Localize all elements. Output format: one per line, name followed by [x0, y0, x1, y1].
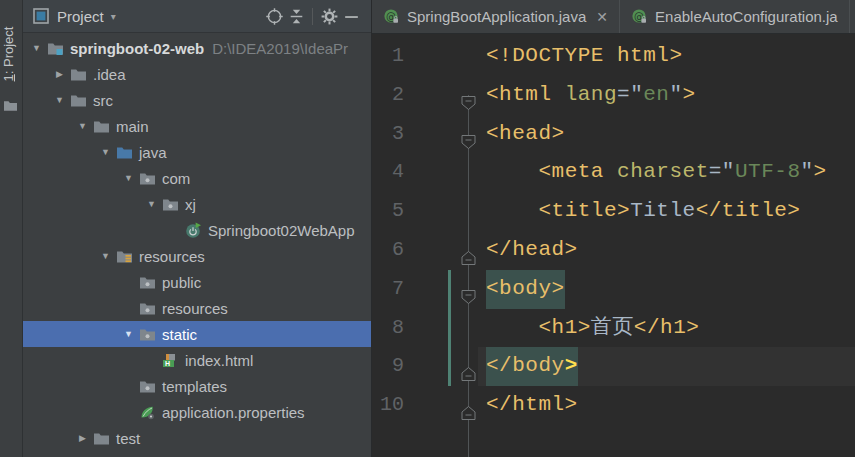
tool-window-button-project[interactable]: 1: Project	[0, 14, 22, 96]
code-line-1[interactable]: 1<!DOCTYPE html>	[372, 37, 855, 76]
chevron-expanded-icon[interactable]: ▼	[73, 121, 92, 131]
tree-item-index-html[interactable]: Hindex.html	[23, 347, 371, 373]
folder-icon	[92, 117, 110, 135]
chevron-down-icon[interactable]: ▾	[111, 11, 116, 22]
chevron-expanded-icon[interactable]: ▼	[119, 173, 138, 183]
tree-item-label: application.properties	[162, 404, 305, 421]
tree-item-springboot-02-web[interactable]: ▼springboot-02-webD:\IDEA2019\IdeaPr	[23, 35, 371, 61]
chevron-expanded-icon[interactable]: ▼	[50, 95, 69, 105]
package-folder-icon	[138, 377, 156, 395]
tree-item-resources[interactable]: resources	[23, 295, 371, 321]
tree-item-label: templates	[162, 378, 227, 395]
project-panel-header: Project ▾	[23, 0, 371, 33]
tree-item-label: springboot-02-web	[70, 40, 204, 57]
code-line-4[interactable]: 4 <meta charset="UTF-8">	[372, 153, 855, 192]
locate-icon[interactable]	[263, 5, 285, 27]
chevron-expanded-icon[interactable]: ▼	[27, 43, 46, 53]
package-folder-icon	[138, 169, 156, 187]
code-line-9[interactable]: 9</body>	[372, 347, 855, 386]
tree-item-label: java	[139, 144, 167, 161]
line-number: 8	[374, 309, 404, 348]
tree-item-java[interactable]: ▼java	[23, 139, 371, 165]
svg-text:H: H	[165, 360, 170, 367]
chevron-expanded-icon[interactable]: ▼	[142, 199, 161, 209]
chevron-expanded-icon[interactable]: ▼	[119, 329, 138, 339]
fold-marker-icon[interactable]	[460, 397, 477, 413]
code-line-10[interactable]: 10</html>	[372, 386, 855, 425]
code-text: <html lang="en">	[486, 76, 696, 115]
fold-marker-icon[interactable]	[460, 281, 477, 297]
tree-item-resources[interactable]: ▼resources	[23, 243, 371, 269]
line-number: 9	[374, 347, 404, 386]
chevron-collapsed-icon[interactable]: ▶	[50, 69, 69, 79]
chevron-expanded-icon[interactable]: ▼	[96, 251, 115, 261]
line-number: 2	[374, 76, 404, 115]
ide-window: 1: Project Project ▾ ▼springboot-02-webD…	[0, 0, 855, 457]
tree-item-label: xj	[185, 196, 196, 213]
code-text: <body>	[486, 270, 565, 309]
tool-window-button-label: 1: Project	[1, 15, 21, 93]
code-line-5[interactable]: 5 <title>Title</title>	[372, 192, 855, 231]
tree-item--idea[interactable]: ▶.idea	[23, 61, 371, 87]
html-file-icon: H	[161, 351, 179, 369]
panel-title[interactable]: Project	[57, 8, 104, 25]
editor-tab-springbootapplication-java[interactable]: @SpringBootApplication.java✕	[372, 0, 620, 33]
settings-gear-icon[interactable]	[318, 5, 340, 27]
project-panel: Project ▾ ▼springboot-02-webD:\IDEA2019\…	[23, 0, 371, 457]
tree-item-test[interactable]: ▶test	[23, 425, 371, 451]
tree-item-label: com	[162, 170, 190, 187]
tree-item-label: resources	[162, 300, 228, 317]
code-line-2[interactable]: 2<html lang="en">	[372, 76, 855, 115]
code-area[interactable]: 1<!DOCTYPE html>2<html lang="en">3<head>…	[372, 34, 855, 457]
package-folder-icon	[161, 195, 179, 213]
collapse-all-icon[interactable]	[285, 5, 307, 27]
tool-window-stripe: 1: Project	[0, 0, 23, 457]
line-number: 10	[374, 386, 404, 425]
fold-marker-icon[interactable]	[460, 358, 477, 374]
code-text: <title>Title</title>	[486, 192, 800, 231]
hide-panel-icon[interactable]	[340, 5, 362, 27]
code-line-7[interactable]: 7<body>	[372, 270, 855, 309]
tree-item-static[interactable]: ▼static	[23, 321, 371, 347]
chevron-collapsed-icon[interactable]: ▶	[73, 433, 92, 443]
editor: @SpringBootApplication.java✕@EnableAutoC…	[371, 0, 855, 457]
tree-item-public[interactable]: public	[23, 269, 371, 295]
code-line-6[interactable]: 6</head>	[372, 231, 855, 270]
tree-item-application-properties[interactable]: application.properties	[23, 399, 371, 425]
spring-config-icon	[138, 403, 156, 421]
code-text: <!DOCTYPE html>	[486, 37, 683, 76]
tab-label: EnableAutoConfiguration.ja	[655, 8, 838, 25]
annotation-class-icon: @	[631, 8, 648, 25]
code-text: </head>	[486, 231, 578, 270]
tree-item-springboot02webapp[interactable]: Springboot02WebApp	[23, 217, 371, 243]
tree-item-main[interactable]: ▼main	[23, 113, 371, 139]
tree-item-label: public	[162, 274, 201, 291]
tool-window-icon	[33, 8, 49, 24]
vcs-change-marker[interactable]	[448, 270, 451, 386]
editor-tab-enableautoconfiguration-ja[interactable]: @EnableAutoConfiguration.ja	[620, 0, 850, 33]
tree-item-com[interactable]: ▼com	[23, 165, 371, 191]
code-text: <head>	[486, 115, 565, 154]
tree-item-xj[interactable]: ▼xj	[23, 191, 371, 217]
code-text: </html>	[486, 386, 578, 425]
folder-icon	[69, 91, 87, 109]
folder-icon	[69, 65, 87, 83]
code-line-3[interactable]: 3<head>	[372, 115, 855, 154]
tree-item-label: .idea	[93, 66, 126, 83]
tab-label: SpringBootApplication.java	[407, 8, 586, 25]
line-number: 1	[374, 37, 404, 76]
fold-marker-icon[interactable]	[460, 242, 477, 258]
fold-marker-icon[interactable]	[460, 87, 477, 103]
tree-item-src[interactable]: ▼src	[23, 87, 371, 113]
package-folder-icon	[138, 273, 156, 291]
code-line-8[interactable]: 8 <h1>首页</h1>	[372, 309, 855, 348]
fold-marker-icon[interactable]	[460, 126, 477, 142]
tree-item-templates[interactable]: templates	[23, 373, 371, 399]
folder-icon	[3, 98, 18, 116]
project-tree: ▼springboot-02-webD:\IDEA2019\IdeaPr▶.id…	[23, 33, 371, 457]
line-number: 5	[374, 192, 404, 231]
code-text: </body>	[486, 347, 578, 386]
close-icon[interactable]: ✕	[596, 9, 608, 25]
chevron-expanded-icon[interactable]: ▼	[96, 147, 115, 157]
tree-item-label: static	[162, 326, 197, 343]
